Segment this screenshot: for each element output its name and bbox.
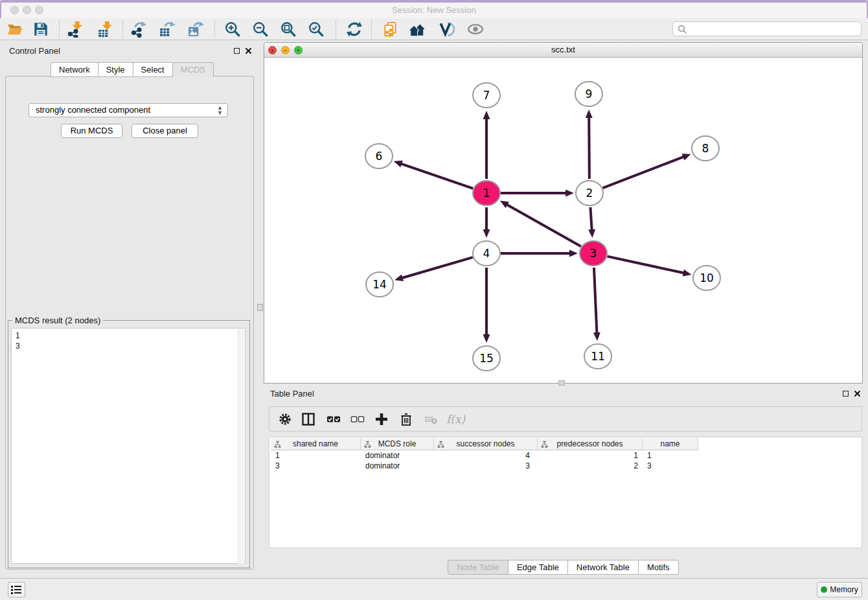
import-network-icon[interactable] — [67, 21, 84, 38]
control-panel-float-icon[interactable] — [234, 48, 240, 54]
edge-2-8[interactable] — [603, 154, 691, 188]
cell-predecessor-nodes[interactable]: 2 — [538, 461, 643, 471]
mcds-result-textarea[interactable]: 1 3 — [11, 328, 246, 564]
zoom-out-icon[interactable] — [252, 21, 269, 38]
node-6[interactable]: 6 — [365, 144, 393, 168]
network-close-button[interactable]: x — [268, 46, 277, 54]
duplicate-network-icon[interactable] — [382, 21, 399, 38]
refresh-layout-icon[interactable] — [346, 21, 363, 38]
delete-table-icon[interactable] — [424, 411, 439, 427]
edge-2-3[interactable] — [588, 207, 595, 238]
node-2[interactable]: 2 — [576, 181, 603, 205]
node-4[interactable]: 4 — [473, 241, 500, 266]
column-header-successor-nodes[interactable]: successor nodes — [434, 438, 538, 450]
toolbar-separator — [59, 20, 60, 38]
network-window-titlebar[interactable]: scc.txt x − + — [264, 43, 862, 58]
zoom-selected-icon[interactable] — [308, 21, 325, 38]
search-input[interactable] — [689, 23, 860, 36]
table-rows: 1dominator4113dominator323 — [271, 450, 698, 471]
table-panel-float-icon[interactable] — [843, 391, 849, 397]
tab-network[interactable]: Network — [51, 62, 98, 77]
table-row[interactable]: 1dominator411 — [271, 450, 698, 461]
search-box[interactable] — [672, 21, 862, 36]
deselect-all-checkboxes-icon[interactable] — [350, 411, 365, 427]
cell-MCDS-role[interactable]: dominator — [361, 461, 434, 471]
edge-3-1[interactable] — [500, 201, 581, 246]
export-table-icon[interactable] — [159, 21, 176, 38]
tab-motifs[interactable]: Motifs — [638, 560, 679, 575]
node-10[interactable]: 10 — [693, 266, 720, 290]
tab-network-table[interactable]: Network Table — [567, 560, 638, 575]
node-3[interactable]: 3 — [580, 241, 607, 266]
save-session-icon[interactable] — [32, 21, 49, 38]
node-15[interactable]: 15 — [473, 346, 500, 371]
export-network-icon[interactable] — [130, 21, 147, 38]
tab-mcds[interactable]: MCDS — [172, 62, 214, 77]
home-view-icon[interactable] — [409, 21, 426, 38]
cell-successor-nodes[interactable]: 4 — [434, 450, 538, 461]
function-builder-icon[interactable]: f(x) — [446, 413, 462, 428]
node-1[interactable]: 1 — [473, 181, 500, 205]
cell-shared-name[interactable]: 1 — [271, 450, 361, 461]
node-14[interactable]: 14 — [366, 272, 393, 297]
add-column-icon[interactable] — [374, 411, 389, 427]
edge-1-4[interactable] — [483, 207, 490, 238]
network-zoom-button[interactable]: + — [294, 46, 303, 54]
edge-1-6[interactable] — [394, 161, 473, 189]
select-all-checkboxes-icon[interactable] — [326, 411, 341, 427]
column-header-MCDS-role[interactable]: MCDS role — [361, 438, 434, 450]
cell-predecessor-nodes[interactable]: 1 — [538, 450, 643, 461]
edge-4-3[interactable] — [501, 250, 578, 257]
open-session-icon[interactable] — [6, 21, 23, 38]
column-header-predecessor-nodes[interactable]: predecessor nodes — [538, 438, 643, 450]
table-panel-tabs: Node TableEdge TableNetwork TableMotifs — [264, 560, 863, 575]
control-panel-close-icon[interactable] — [245, 47, 252, 54]
cell-MCDS-role[interactable]: dominator — [361, 450, 434, 461]
show-graphics-details-icon[interactable] — [438, 21, 455, 38]
zoom-in-icon[interactable] — [224, 21, 241, 38]
status-bar: Memory — [0, 578, 868, 600]
vertical-splitter-handle[interactable] — [257, 304, 263, 311]
mcds-result-scrollbar[interactable] — [238, 329, 244, 564]
toolbar-separator — [371, 20, 372, 38]
cell-name[interactable]: 3 — [643, 461, 698, 471]
node-7[interactable]: 7 — [473, 83, 500, 108]
edge-3-11[interactable] — [593, 268, 600, 341]
column-header-shared-name[interactable]: shared name — [271, 438, 361, 450]
task-history-button[interactable] — [8, 582, 25, 597]
cell-name[interactable]: 1 — [643, 450, 698, 461]
table-panel-close-icon[interactable] — [854, 390, 861, 397]
preview-eye-icon[interactable] — [467, 21, 484, 38]
node-table[interactable]: shared nameMCDS rolesuccessor nodesprede… — [269, 437, 862, 548]
close-panel-button[interactable]: Close panel — [131, 124, 198, 138]
run-mcds-button[interactable]: Run MCDS — [61, 124, 122, 138]
node-9[interactable]: 9 — [575, 82, 602, 106]
edge-1-7[interactable] — [483, 111, 490, 179]
horizontal-splitter-handle[interactable] — [558, 380, 565, 386]
node-8[interactable]: 8 — [692, 136, 719, 161]
table-settings-icon[interactable] — [277, 411, 293, 427]
memory-button[interactable]: Memory — [817, 582, 862, 597]
optimization-criterion-select[interactable]: strongly connected component ▲▼ — [29, 103, 228, 117]
cell-shared-name[interactable]: 3 — [271, 461, 361, 471]
edge-1-2[interactable] — [501, 190, 574, 197]
network-minimize-button[interactable]: − — [281, 46, 290, 54]
delete-column-icon[interactable] — [398, 411, 414, 427]
edge-2-9[interactable] — [586, 110, 593, 179]
column-header-name[interactable]: name — [643, 438, 698, 450]
tab-style[interactable]: Style — [98, 62, 133, 77]
tab-select[interactable]: Select — [133, 62, 172, 77]
column-layout-icon[interactable] — [301, 411, 316, 427]
network-canvas-svg[interactable]: 7968124314101511 — [264, 58, 862, 383]
table-row[interactable]: 3dominator323 — [271, 461, 698, 471]
tab-node-table[interactable]: Node Table — [448, 560, 508, 575]
edge-3-10[interactable] — [607, 257, 691, 277]
edge-4-14[interactable] — [394, 257, 473, 281]
edge-4-15[interactable] — [483, 268, 490, 343]
zoom-fit-icon[interactable] — [280, 21, 297, 38]
export-image-icon[interactable] — [187, 21, 204, 38]
import-table-icon[interactable] — [97, 21, 113, 38]
node-11[interactable]: 11 — [584, 344, 611, 369]
cell-successor-nodes[interactable]: 3 — [434, 461, 538, 471]
tab-edge-table[interactable]: Edge Table — [508, 560, 567, 575]
